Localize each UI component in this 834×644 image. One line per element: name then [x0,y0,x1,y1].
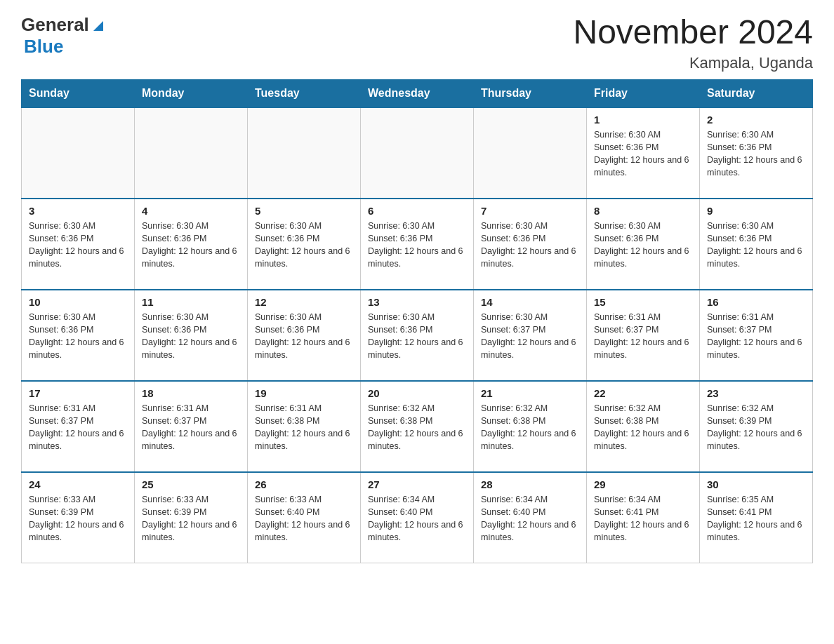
calendar-cell: 27Sunrise: 6:34 AM Sunset: 6:40 PM Dayli… [361,472,474,563]
day-info: Sunrise: 6:30 AM Sunset: 6:37 PM Dayligh… [481,311,579,362]
calendar-cell: 23Sunrise: 6:32 AM Sunset: 6:39 PM Dayli… [700,381,813,472]
calendar-cell: 25Sunrise: 6:33 AM Sunset: 6:39 PM Dayli… [135,472,248,563]
day-number: 3 [29,205,127,217]
weekday-header-saturday: Saturday [700,79,813,107]
calendar-table: SundayMondayTuesdayWednesdayThursdayFrid… [21,79,813,564]
day-info: Sunrise: 6:34 AM Sunset: 6:41 PM Dayligh… [594,493,692,544]
week-row-1: 1Sunrise: 6:30 AM Sunset: 6:36 PM Daylig… [22,107,813,199]
day-info: Sunrise: 6:30 AM Sunset: 6:36 PM Dayligh… [368,220,466,271]
week-row-5: 24Sunrise: 6:33 AM Sunset: 6:39 PM Dayli… [22,472,813,563]
day-number: 18 [142,387,240,399]
calendar-cell: 12Sunrise: 6:30 AM Sunset: 6:36 PM Dayli… [248,290,361,381]
logo-blue-text: Blue [24,36,63,57]
calendar-cell: 19Sunrise: 6:31 AM Sunset: 6:38 PM Dayli… [248,381,361,472]
day-info: Sunrise: 6:31 AM Sunset: 6:37 PM Dayligh… [707,311,805,362]
day-number: 16 [707,296,805,308]
logo-triangle-icon [91,18,106,34]
day-info: Sunrise: 6:35 AM Sunset: 6:41 PM Dayligh… [707,493,805,544]
calendar-cell: 24Sunrise: 6:33 AM Sunset: 6:39 PM Dayli… [22,472,135,563]
day-info: Sunrise: 6:30 AM Sunset: 6:36 PM Dayligh… [255,311,353,362]
day-info: Sunrise: 6:30 AM Sunset: 6:36 PM Dayligh… [255,220,353,271]
day-info: Sunrise: 6:32 AM Sunset: 6:38 PM Dayligh… [368,402,466,453]
weekday-header-wednesday: Wednesday [361,79,474,107]
day-info: Sunrise: 6:31 AM Sunset: 6:37 PM Dayligh… [594,311,692,362]
calendar-subtitle: Kampala, Uganda [573,54,813,72]
day-number: 21 [481,387,579,399]
calendar-cell: 20Sunrise: 6:32 AM Sunset: 6:38 PM Dayli… [361,381,474,472]
calendar-title: November 2024 [573,14,813,51]
day-number: 24 [29,478,127,490]
calendar-cell: 8Sunrise: 6:30 AM Sunset: 6:36 PM Daylig… [587,199,700,290]
day-info: Sunrise: 6:34 AM Sunset: 6:40 PM Dayligh… [481,493,579,544]
svg-marker-0 [93,21,103,31]
day-info: Sunrise: 6:30 AM Sunset: 6:36 PM Dayligh… [142,311,240,362]
calendar-cell: 21Sunrise: 6:32 AM Sunset: 6:38 PM Dayli… [474,381,587,472]
day-info: Sunrise: 6:30 AM Sunset: 6:36 PM Dayligh… [707,128,805,180]
day-number: 29 [594,478,692,490]
weekday-header-friday: Friday [587,79,700,107]
day-number: 6 [368,205,466,217]
calendar-cell: 2Sunrise: 6:30 AM Sunset: 6:36 PM Daylig… [700,107,813,199]
calendar-cell: 6Sunrise: 6:30 AM Sunset: 6:36 PM Daylig… [361,199,474,290]
day-number: 9 [707,205,805,217]
day-info: Sunrise: 6:30 AM Sunset: 6:36 PM Dayligh… [142,220,240,271]
calendar-cell: 16Sunrise: 6:31 AM Sunset: 6:37 PM Dayli… [700,290,813,381]
calendar-cell: 15Sunrise: 6:31 AM Sunset: 6:37 PM Dayli… [587,290,700,381]
weekday-header-sunday: Sunday [22,79,135,107]
day-number: 2 [707,114,805,126]
day-number: 19 [255,387,353,399]
day-info: Sunrise: 6:31 AM Sunset: 6:37 PM Dayligh… [29,402,127,453]
day-info: Sunrise: 6:33 AM Sunset: 6:40 PM Dayligh… [255,493,353,544]
calendar-cell: 13Sunrise: 6:30 AM Sunset: 6:36 PM Dayli… [361,290,474,381]
day-number: 14 [481,296,579,308]
calendar-cell: 9Sunrise: 6:30 AM Sunset: 6:36 PM Daylig… [700,199,813,290]
day-info: Sunrise: 6:30 AM Sunset: 6:36 PM Dayligh… [594,220,692,271]
day-number: 30 [707,478,805,490]
weekday-header-tuesday: Tuesday [248,79,361,107]
calendar-cell: 26Sunrise: 6:33 AM Sunset: 6:40 PM Dayli… [248,472,361,563]
day-number: 28 [481,478,579,490]
title-section: November 2024 Kampala, Uganda [573,14,813,72]
calendar-cell: 11Sunrise: 6:30 AM Sunset: 6:36 PM Dayli… [135,290,248,381]
day-info: Sunrise: 6:33 AM Sunset: 6:39 PM Dayligh… [142,493,240,544]
day-info: Sunrise: 6:34 AM Sunset: 6:40 PM Dayligh… [368,493,466,544]
week-row-2: 3Sunrise: 6:30 AM Sunset: 6:36 PM Daylig… [22,199,813,290]
day-info: Sunrise: 6:30 AM Sunset: 6:36 PM Dayligh… [594,128,692,180]
day-number: 23 [707,387,805,399]
day-number: 13 [368,296,466,308]
logo-general-text: General [21,14,89,36]
calendar-cell: 14Sunrise: 6:30 AM Sunset: 6:37 PM Dayli… [474,290,587,381]
weekday-header-monday: Monday [135,79,248,107]
day-info: Sunrise: 6:31 AM Sunset: 6:37 PM Dayligh… [142,402,240,453]
page-header: General Blue November 2024 Kampala, Ugan… [21,14,813,72]
calendar-cell: 22Sunrise: 6:32 AM Sunset: 6:38 PM Dayli… [587,381,700,472]
calendar-cell: 17Sunrise: 6:31 AM Sunset: 6:37 PM Dayli… [22,381,135,472]
calendar-cell: 3Sunrise: 6:30 AM Sunset: 6:36 PM Daylig… [22,199,135,290]
calendar-cell [361,107,474,199]
calendar-cell: 4Sunrise: 6:30 AM Sunset: 6:36 PM Daylig… [135,199,248,290]
calendar-cell [135,107,248,199]
day-number: 26 [255,478,353,490]
weekday-header-thursday: Thursday [474,79,587,107]
day-number: 12 [255,296,353,308]
day-number: 20 [368,387,466,399]
day-info: Sunrise: 6:32 AM Sunset: 6:39 PM Dayligh… [707,402,805,453]
calendar-cell: 30Sunrise: 6:35 AM Sunset: 6:41 PM Dayli… [700,472,813,563]
day-number: 10 [29,296,127,308]
day-info: Sunrise: 6:30 AM Sunset: 6:36 PM Dayligh… [481,220,579,271]
day-number: 27 [368,478,466,490]
calendar-cell [248,107,361,199]
calendar-cell: 1Sunrise: 6:30 AM Sunset: 6:36 PM Daylig… [587,107,700,199]
day-number: 5 [255,205,353,217]
day-number: 7 [481,205,579,217]
day-number: 15 [594,296,692,308]
day-number: 1 [594,114,692,126]
day-info: Sunrise: 6:31 AM Sunset: 6:38 PM Dayligh… [255,402,353,453]
week-row-4: 17Sunrise: 6:31 AM Sunset: 6:37 PM Dayli… [22,381,813,472]
day-info: Sunrise: 6:33 AM Sunset: 6:39 PM Dayligh… [29,493,127,544]
calendar-cell: 10Sunrise: 6:30 AM Sunset: 6:36 PM Dayli… [22,290,135,381]
day-info: Sunrise: 6:32 AM Sunset: 6:38 PM Dayligh… [481,402,579,453]
day-info: Sunrise: 6:32 AM Sunset: 6:38 PM Dayligh… [594,402,692,453]
calendar-cell: 5Sunrise: 6:30 AM Sunset: 6:36 PM Daylig… [248,199,361,290]
calendar-cell: 7Sunrise: 6:30 AM Sunset: 6:36 PM Daylig… [474,199,587,290]
